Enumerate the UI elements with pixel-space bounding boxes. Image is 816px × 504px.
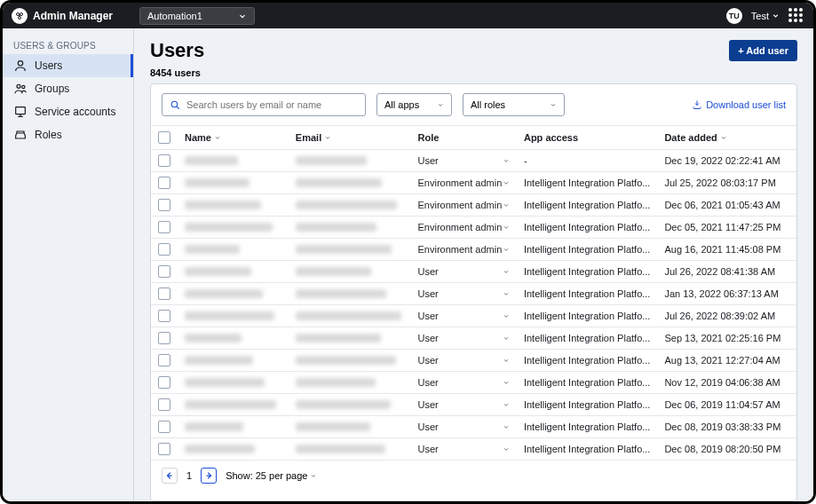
filter-apps-dropdown[interactable]: All apps (376, 93, 452, 116)
col-name[interactable]: Name (185, 132, 281, 143)
chevron-down-icon[interactable] (503, 157, 510, 164)
redacted-email (296, 267, 371, 276)
table-row[interactable]: User-Dec 19, 2022 02:22:41 AM (151, 150, 796, 172)
date-value: Jan 13, 2022 06:37:13 AM (657, 283, 796, 305)
date-value: Jul 26, 2022 08:41:38 AM (657, 261, 796, 283)
pager-next[interactable] (201, 468, 217, 484)
logo[interactable]: Admin Manager (12, 8, 113, 24)
access-value: Intelligent Integration Platfo... (517, 172, 657, 194)
table-row[interactable]: UserIntelligent Integration Platfo...Sep… (151, 327, 796, 350)
row-checkbox[interactable] (158, 398, 170, 411)
row-checkbox[interactable] (158, 154, 170, 167)
filter-row: All apps All roles Download user list (151, 84, 796, 125)
redacted-email (296, 311, 401, 320)
redacted-name (185, 245, 240, 254)
table-row[interactable]: UserIntelligent Integration Platfo...Jan… (151, 283, 796, 305)
search-input-wrap[interactable] (162, 93, 366, 116)
role-value: User (418, 377, 439, 388)
row-checkbox[interactable] (158, 443, 170, 455)
chevron-down-icon (437, 101, 444, 108)
user-count: 8454 users (150, 67, 797, 78)
svg-point-7 (171, 101, 178, 107)
row-checkbox[interactable] (158, 332, 170, 344)
table-row[interactable]: Environment adminIntelligent Integration… (151, 239, 796, 261)
pager-prev[interactable] (162, 468, 178, 484)
app-switcher-icon[interactable] (788, 8, 804, 24)
user-avatar[interactable]: TU (726, 8, 742, 24)
access-value: Intelligent Integration Platfo... (517, 372, 657, 394)
role-value: Environment admin (418, 222, 503, 232)
environment-dropdown[interactable]: Automation1 (139, 7, 255, 25)
col-app-access[interactable]: App access (517, 126, 657, 150)
table-row[interactable]: UserIntelligent Integration Platfo...Nov… (151, 372, 796, 394)
row-checkbox[interactable] (158, 376, 170, 389)
chevron-down-icon[interactable] (503, 246, 510, 253)
chevron-down-icon[interactable] (503, 290, 510, 297)
chevron-down-icon[interactable] (503, 379, 510, 386)
date-value: Dec 08, 2019 08:20:50 PM (657, 438, 796, 461)
chevron-down-icon (550, 101, 557, 108)
role-value: User (418, 266, 439, 277)
row-checkbox[interactable] (158, 243, 170, 256)
row-checkbox[interactable] (158, 265, 170, 278)
roles-icon (13, 128, 28, 142)
redacted-name (185, 356, 253, 365)
table-row[interactable]: UserIntelligent Integration Platfo...Dec… (151, 438, 796, 461)
users-table: Name Email Role App access Date added Us… (151, 125, 796, 461)
row-checkbox[interactable] (158, 310, 170, 322)
date-value: Dec 05, 2021 11:47:25 PM (657, 217, 796, 239)
access-value: Intelligent Integration Platfo... (517, 261, 657, 283)
date-value: Aug 13, 2021 12:27:04 AM (657, 350, 796, 372)
redacted-email (296, 156, 367, 165)
redacted-email (296, 289, 386, 298)
chevron-down-icon[interactable] (503, 201, 510, 209)
select-all-checkbox[interactable] (158, 131, 170, 144)
access-value: Intelligent Integration Platfo... (517, 438, 657, 461)
col-role[interactable]: Role (411, 126, 517, 150)
chevron-down-icon[interactable] (503, 357, 510, 364)
table-row[interactable]: UserIntelligent Integration Platfo...Dec… (151, 416, 796, 438)
row-checkbox[interactable] (158, 199, 170, 211)
col-date-added[interactable]: Date added (664, 132, 789, 143)
download-user-list[interactable]: Download user list (692, 99, 786, 110)
redacted-name (185, 156, 238, 165)
download-icon (692, 99, 702, 110)
table-row[interactable]: UserIntelligent Integration Platfo...Jul… (151, 261, 796, 283)
sidebar-item-users[interactable]: Users (3, 54, 133, 77)
table-row[interactable]: UserIntelligent Integration Platfo...Aug… (151, 350, 796, 372)
add-user-button[interactable]: + Add user (729, 40, 797, 61)
sidebar-item-service-accounts[interactable]: Service accounts (3, 100, 133, 123)
row-checkbox[interactable] (158, 221, 170, 233)
row-checkbox[interactable] (158, 421, 170, 433)
table-row[interactable]: Environment adminIntelligent Integration… (151, 217, 796, 239)
filter-roles-dropdown[interactable]: All roles (463, 93, 565, 116)
sidebar-item-groups[interactable]: Groups (3, 77, 133, 100)
service-account-icon (13, 105, 28, 119)
chevron-down-icon[interactable] (503, 312, 510, 319)
date-value: Nov 12, 2019 04:06:38 AM (657, 372, 796, 394)
topbar: Admin Manager Automation1 TU Test (3, 3, 813, 28)
sidebar-item-roles[interactable]: Roles (3, 123, 133, 146)
page-size-dropdown[interactable]: Show: 25 per page (226, 470, 317, 481)
sort-icon (214, 134, 221, 141)
search-input[interactable] (186, 99, 358, 110)
chevron-down-icon[interactable] (503, 268, 510, 275)
user-dropdown[interactable]: Test (751, 11, 780, 21)
row-checkbox[interactable] (158, 177, 170, 189)
col-email[interactable]: Email (296, 132, 404, 143)
download-label: Download user list (706, 99, 786, 110)
chevron-down-icon[interactable] (503, 179, 510, 186)
redacted-name (185, 378, 265, 387)
chevron-down-icon[interactable] (503, 401, 510, 408)
row-checkbox[interactable] (158, 287, 170, 300)
table-row[interactable]: Environment adminIntelligent Integration… (151, 194, 796, 217)
table-row[interactable]: UserIntelligent Integration Platfo...Dec… (151, 394, 796, 416)
row-checkbox[interactable] (158, 354, 170, 366)
table-row[interactable]: Environment adminIntelligent Integration… (151, 172, 796, 194)
chevron-down-icon[interactable] (503, 423, 510, 430)
redacted-name (185, 178, 250, 187)
chevron-down-icon[interactable] (503, 445, 510, 453)
table-row[interactable]: UserIntelligent Integration Platfo...Jul… (151, 305, 796, 327)
chevron-down-icon[interactable] (503, 224, 510, 231)
chevron-down-icon[interactable] (503, 335, 510, 342)
